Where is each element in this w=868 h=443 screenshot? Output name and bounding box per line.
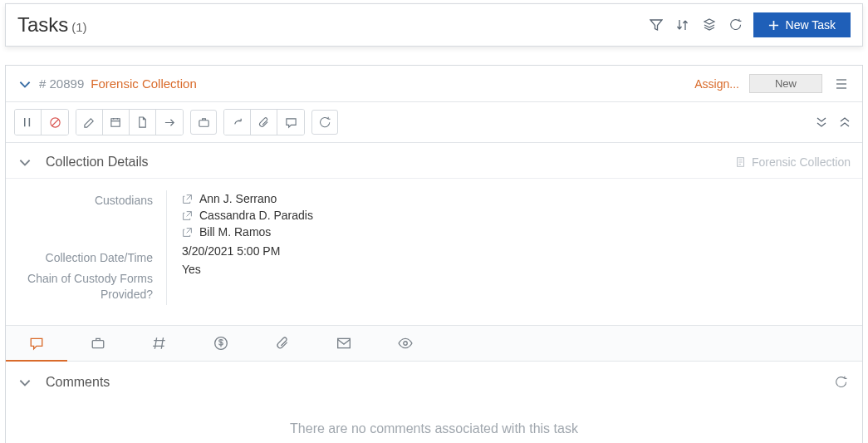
calendar-button[interactable] (103, 110, 130, 135)
filter-icon[interactable] (647, 16, 665, 34)
expand-all-icon[interactable] (812, 113, 831, 131)
file-button[interactable] (130, 110, 156, 135)
assign-link[interactable]: Assign... (694, 77, 739, 91)
chain-value: Yes (182, 260, 846, 278)
custodian-name[interactable]: Bill M. Ramos (199, 225, 271, 239)
tab-eye[interactable] (375, 326, 436, 361)
layers-icon[interactable] (700, 16, 718, 34)
comment-icon (29, 336, 44, 351)
details-body: Custodians Collection Date/Time Chain of… (6, 179, 862, 325)
custodian-row: Ann J. Serrano (182, 190, 846, 207)
dollar-icon (213, 336, 228, 351)
page-header: Tasks (1) New Task (5, 3, 863, 47)
page-count: (1) (71, 20, 86, 34)
page-title-wrap: Tasks (1) (17, 13, 87, 37)
comment-button[interactable] (277, 110, 304, 135)
external-link-icon[interactable] (182, 227, 193, 238)
refresh-button[interactable] (311, 110, 338, 135)
arrow-button[interactable] (156, 110, 183, 135)
cancel-button[interactable] (42, 110, 68, 135)
share-button[interactable] (224, 110, 251, 135)
task-id: # 20899 (39, 76, 84, 91)
comments-title: Comments (46, 375, 110, 390)
label-datetime: Collection Date/Time (17, 248, 153, 268)
briefcase-button[interactable] (190, 110, 217, 135)
chevron-down-icon[interactable] (17, 375, 32, 390)
eye-icon (398, 336, 413, 351)
task-name[interactable]: Forensic Collection (91, 76, 197, 91)
task-toolbar (6, 102, 862, 143)
new-task-label: New Task (786, 18, 836, 32)
pause-button[interactable] (15, 110, 42, 135)
tab-hash[interactable] (129, 326, 190, 361)
external-link-icon[interactable] (182, 210, 193, 221)
refresh-icon[interactable] (727, 16, 745, 34)
hash-icon (152, 336, 167, 351)
label-chain: Chain of Custody Forms Provided? (17, 268, 153, 305)
status-badge[interactable]: New (749, 74, 822, 93)
refresh-comments-icon[interactable] (832, 373, 851, 391)
collapse-all-icon[interactable] (836, 113, 854, 131)
external-link-icon[interactable] (182, 194, 193, 204)
task-card: # 20899 Forensic Collection Assign... Ne… (5, 65, 863, 443)
mail-icon (336, 336, 351, 351)
sort-icon[interactable] (674, 16, 692, 34)
datetime-value: 3/20/2021 5:00 PM (182, 242, 846, 260)
plus-icon (768, 20, 779, 31)
tab-attach[interactable] (252, 326, 313, 361)
tab-mail[interactable] (313, 326, 375, 361)
tab-comments[interactable] (6, 326, 67, 361)
page-title: Tasks (17, 13, 68, 36)
attach-button[interactable] (251, 110, 277, 135)
comments-header: Comments (6, 362, 862, 398)
tab-cost[interactable] (190, 326, 252, 361)
doc-icon (735, 156, 747, 168)
chevron-down-icon[interactable] (17, 76, 32, 91)
task-header: # 20899 Forensic Collection Assign... Ne… (6, 66, 862, 102)
label-custodians: Custodians (17, 190, 153, 211)
menu-icon[interactable] (832, 75, 851, 93)
header-actions: New Task (647, 12, 851, 37)
tab-briefcase[interactable] (67, 326, 129, 361)
briefcase-icon (91, 336, 105, 351)
form-type-label: Forensic Collection (735, 155, 851, 169)
new-task-button[interactable]: New Task (753, 12, 851, 37)
details-section-header: Collection Details Forensic Collection (6, 143, 862, 179)
tabs (6, 325, 862, 362)
details-title: Collection Details (46, 155, 149, 170)
chevron-down-icon[interactable] (17, 155, 32, 170)
attach-icon (275, 336, 290, 351)
custodian-name[interactable]: Ann J. Serrano (199, 192, 277, 205)
comments-empty-message: There are no comments associated with th… (6, 398, 862, 443)
custodian-name[interactable]: Cassandra D. Paradis (199, 209, 313, 222)
custodian-row: Bill M. Ramos (182, 224, 846, 240)
edit-button[interactable] (76, 110, 103, 135)
custodian-row: Cassandra D. Paradis (182, 207, 846, 224)
